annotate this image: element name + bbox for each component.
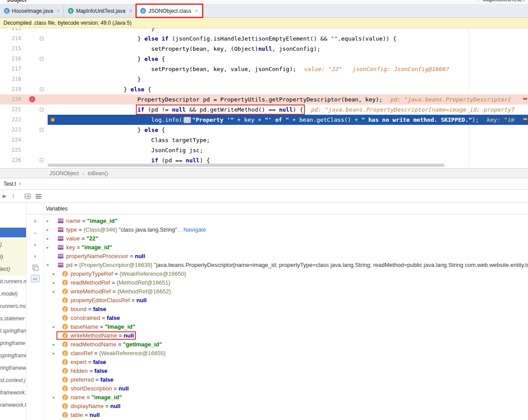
chevron-right-icon[interactable]: ▸ bbox=[50, 395, 57, 400]
variable-row[interactable]: ftable = null bbox=[44, 410, 528, 419]
variable-row[interactable]: ▸fwriteMethodRef = {MethodRef@16652} bbox=[44, 287, 528, 296]
stack-frame-row[interactable] bbox=[0, 228, 26, 237]
code-line[interactable]: 216 } else { bbox=[0, 54, 528, 64]
run-configuration[interactable]: ↑ MapInfoUnitTest... bbox=[476, 0, 525, 3]
variable-row[interactable]: fshortDescription = null bbox=[44, 384, 528, 393]
debug-tab[interactable]: Test.t bbox=[4, 181, 16, 187]
chevron-down-icon[interactable]: ▾ bbox=[44, 262, 51, 267]
editor-tab[interactable]: CJSONObject.class× bbox=[136, 4, 202, 17]
code-line[interactable]: 213 } bbox=[0, 28, 528, 34]
fold-marker-icon[interactable] bbox=[40, 128, 44, 132]
fold-marker-icon[interactable] bbox=[40, 158, 44, 162]
variable-row[interactable]: ▸fpropertyTypeRef = {WeakReference@16650… bbox=[44, 269, 528, 278]
editor-gutter[interactable] bbox=[26, 125, 48, 135]
fold-marker-icon[interactable] bbox=[40, 37, 44, 41]
variable-row[interactable]: ▸fclassRef = {WeakReference@16655} bbox=[44, 349, 528, 357]
evaluate-expression-icon[interactable]: Ι bbox=[12, 194, 14, 199]
breadcrumb-class[interactable]: JSONObject bbox=[49, 170, 79, 176]
chevron-right-icon[interactable]: ▸ bbox=[50, 280, 57, 285]
editor-gutter[interactable] bbox=[26, 28, 48, 34]
show-return-values-icon[interactable]: ∞ bbox=[31, 275, 40, 282]
add-watch-icon[interactable]: + bbox=[31, 217, 40, 225]
layout-grid-icon[interactable] bbox=[25, 194, 30, 199]
close-icon[interactable]: × bbox=[195, 8, 198, 14]
fold-marker-icon[interactable] bbox=[40, 108, 44, 112]
code-line[interactable]: 225 JsonConfig jsc; bbox=[0, 145, 528, 155]
stack-frame-row[interactable]: it.runners.m bbox=[0, 275, 26, 288]
chevron-right-icon[interactable]: ▸ bbox=[44, 236, 51, 241]
chevron-right-icon[interactable]: ▸ bbox=[50, 324, 57, 329]
stack-frame-row[interactable]: springframe bbox=[0, 349, 26, 362]
variable-row[interactable]: ▸freadMethodRef = {MethodRef@16651} bbox=[44, 278, 528, 287]
chevron-right-icon[interactable]: ▸ bbox=[44, 218, 51, 223]
remove-watch-icon[interactable]: − bbox=[31, 229, 40, 236]
code-line[interactable]: 214 } else if (jsonConfig.isHandleJettis… bbox=[0, 34, 528, 44]
variable-row[interactable]: fconstrained = false bbox=[44, 313, 528, 322]
editor-gutter[interactable] bbox=[26, 64, 48, 74]
error-stripe-mark[interactable] bbox=[523, 98, 527, 100]
close-icon[interactable]: × bbox=[56, 8, 60, 14]
close-icon[interactable]: × bbox=[129, 8, 132, 14]
stack-frame-row[interactable]: ) bbox=[0, 238, 26, 251]
chevron-right-icon[interactable]: ▸ bbox=[44, 227, 51, 232]
variable-row[interactable]: ▸type = {Class@346} "class java.lang.Str… bbox=[44, 225, 528, 234]
code-editor[interactable]: 213 }214 } else if (jsonConfig.isHandleJ… bbox=[0, 28, 528, 169]
horizontal-scrollbar[interactable] bbox=[48, 164, 445, 167]
code-line[interactable]: 217 setProperty(bean, key, value, jsonCo… bbox=[0, 64, 528, 74]
editor-gutter[interactable] bbox=[26, 145, 48, 155]
variable-row[interactable]: fdisplayName = null bbox=[44, 401, 528, 410]
execution-stripe-mark[interactable] bbox=[523, 118, 527, 120]
editor-gutter[interactable] bbox=[26, 84, 48, 94]
code-line[interactable]: 219 } else { bbox=[0, 84, 528, 94]
breadcrumb-method[interactable]: toBean() bbox=[88, 170, 108, 176]
code-line[interactable]: 218 } bbox=[0, 74, 528, 84]
stack-frame-row[interactable]: framework. bbox=[0, 386, 26, 399]
fold-marker-icon[interactable] bbox=[40, 87, 44, 91]
variable-row[interactable]: propertyNameProcessor = null bbox=[44, 251, 528, 260]
code-line[interactable]: 220✓ PropertyDescriptor pd = PropertyUti… bbox=[0, 94, 528, 105]
editor-tab[interactable]: CMapInfoUnitTest.java× bbox=[64, 4, 136, 17]
stack-frame-row[interactable]: l.springfran bbox=[0, 325, 26, 337]
code-line[interactable]: 221 if (pd != null && pd.getWriteMethod(… bbox=[0, 105, 528, 115]
breakpoint-icon[interactable]: ✓ bbox=[29, 96, 35, 102]
chevron-right-icon[interactable]: ▸ bbox=[50, 351, 57, 356]
stack-frame-row[interactable]: runners.mc bbox=[0, 300, 26, 312]
view-options-icon[interactable] bbox=[36, 194, 41, 199]
fold-marker-icon[interactable] bbox=[40, 57, 44, 61]
show-execution-point-icon[interactable]: ▶ bbox=[3, 193, 6, 199]
code-line[interactable]: 215 setProperty(bean, key, (Object)null,… bbox=[0, 44, 528, 54]
close-icon[interactable]: × bbox=[19, 181, 22, 187]
stack-frame-row[interactable]: st.context.j bbox=[0, 374, 26, 386]
stack-frame-row[interactable]: l) bbox=[0, 251, 26, 263]
code-line[interactable]: 223 } else { bbox=[0, 125, 528, 135]
chevron-right-icon[interactable]: ▸ bbox=[50, 289, 57, 294]
variable-row[interactable]: fhidden = false bbox=[44, 366, 528, 375]
variable-row[interactable]: ▸fname = "image_id" bbox=[44, 393, 528, 401]
stack-frame-row[interactable]: ringframew bbox=[0, 362, 26, 374]
variable-row[interactable]: fbound = false bbox=[44, 304, 528, 313]
variable-row[interactable]: fpropertyEditorClassRef = null bbox=[44, 296, 528, 304]
editor-gutter[interactable] bbox=[26, 105, 48, 115]
copy-icon[interactable] bbox=[33, 265, 38, 270]
editor-tab[interactable]: CHouseImage.java× bbox=[0, 4, 64, 17]
stack-frame-row[interactable]: lect) bbox=[0, 263, 26, 275]
variable-row[interactable]: ▾pd = {PropertyDescriptor@16639} "java.b… bbox=[44, 260, 528, 269]
editor-gutter[interactable]: ✓ bbox=[26, 94, 48, 105]
variable-row[interactable]: ▸fbaseName = "Image_id" bbox=[44, 322, 528, 331]
chevron-right-icon[interactable]: ▸ bbox=[50, 342, 57, 347]
code-line[interactable]: 224 Class targetType; bbox=[0, 135, 528, 145]
editor-gutter[interactable] bbox=[26, 135, 48, 145]
editor-gutter[interactable] bbox=[26, 155, 48, 165]
navigate-link[interactable]: Navigate bbox=[183, 226, 206, 233]
scroll-down-icon[interactable]: ▼ bbox=[31, 253, 40, 260]
editor-gutter[interactable] bbox=[26, 74, 48, 84]
variable-row[interactable]: fwriteMethodName = null bbox=[44, 331, 528, 340]
variable-row[interactable]: fpreferred = false bbox=[44, 375, 528, 384]
variable-row[interactable]: ▸freadMethodName = "getImage_id" bbox=[44, 340, 528, 349]
variable-row[interactable]: fexpert = false bbox=[44, 357, 528, 366]
editor-gutter[interactable] bbox=[26, 115, 48, 125]
code-line[interactable]: 222 log.info(O:"Property '" + key + "' o… bbox=[0, 115, 528, 125]
variable-row[interactable]: ▸value = "22" bbox=[44, 234, 528, 243]
stack-frame-row[interactable]: pringframe bbox=[0, 337, 26, 349]
editor-gutter[interactable] bbox=[26, 34, 48, 44]
